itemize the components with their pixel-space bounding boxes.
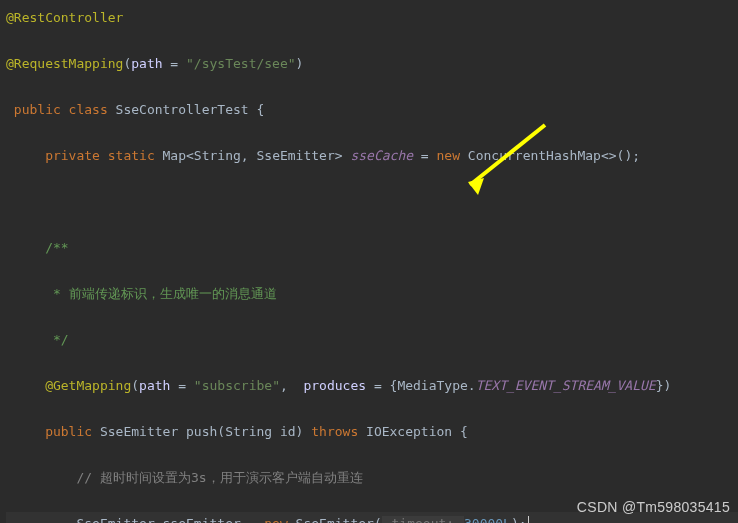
comment: // 超时时间设置为3s，用于演示客户端自动重连	[76, 470, 362, 485]
text: >	[335, 148, 351, 163]
anno-attr: produces	[303, 378, 366, 393]
type: Map	[163, 148, 186, 163]
method-name: push	[186, 424, 217, 439]
constant: TEXT_EVENT_STREAM_VALUE	[476, 378, 656, 393]
annotation: @GetMapping	[45, 378, 131, 393]
text: IOException {	[366, 424, 468, 439]
keyword: public class	[14, 102, 116, 117]
text: = {	[366, 378, 397, 393]
text: <>();	[601, 148, 640, 163]
text: })	[656, 378, 672, 393]
anno-attr: path	[139, 378, 170, 393]
javadoc: * 前端传递标识，生成唯一的消息通道	[45, 286, 276, 301]
anno-attr: path	[131, 56, 162, 71]
class-name: SseControllerTest	[116, 102, 257, 117]
ctor: SseEmitter(	[296, 516, 382, 523]
text: =	[413, 148, 436, 163]
caret	[528, 516, 529, 523]
keyword: public	[45, 424, 100, 439]
text: MediaType.	[397, 378, 475, 393]
keyword: private static	[45, 148, 162, 163]
type: String	[194, 148, 241, 163]
keyword: throws	[311, 424, 366, 439]
ctor: ConcurrentHashMap	[468, 148, 601, 163]
javadoc: /**	[45, 240, 68, 255]
text: ,	[241, 148, 257, 163]
params: (String id)	[217, 424, 311, 439]
string: "subscribe"	[194, 378, 280, 393]
javadoc: */	[45, 332, 68, 347]
keyword: new	[264, 516, 295, 523]
watermark: CSDN @Tm598035415	[577, 496, 730, 519]
text: <	[186, 148, 194, 163]
text: ,	[280, 378, 303, 393]
number: 30000L	[464, 516, 511, 523]
annotation: @RequestMapping	[6, 56, 123, 71]
type: SseEmitter	[100, 424, 186, 439]
text: =	[163, 56, 186, 71]
field: sseCache	[350, 148, 413, 163]
annotation: @RestController	[6, 10, 123, 25]
text: );	[511, 516, 527, 523]
type: SseEmitter	[256, 148, 334, 163]
code-editor[interactable]: @RestController @RequestMapping(path = "…	[0, 0, 738, 523]
keyword: new	[437, 148, 468, 163]
text: =	[170, 378, 193, 393]
text: SseEmitter sseEmitter =	[76, 516, 264, 523]
string: "/sysTest/see"	[186, 56, 296, 71]
inlay-hint: timeout:	[382, 516, 464, 523]
